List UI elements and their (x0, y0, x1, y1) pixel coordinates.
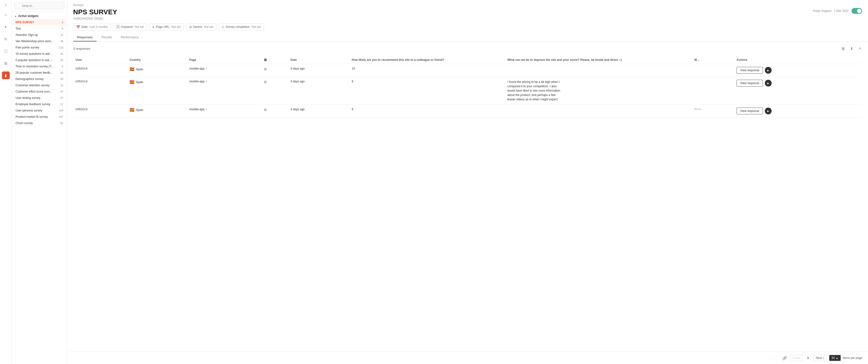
sidebar-item-5-popular-questions-to-ask-[interactable]: 5 popular questions to ask ...25 (12, 57, 66, 63)
page-cell: /mobile-app ↗ (187, 64, 260, 77)
sidebar-item-label: 28 popular customer feedb... (16, 71, 59, 74)
sidebar-item-28-popular-customer-feedb[interactable]: 28 popular customer feedb...29 (12, 69, 66, 76)
sidebar-item-label: User testing survey (16, 96, 59, 100)
active-toggle[interactable] (851, 8, 862, 14)
date-filter[interactable]: 📅 Date: Last 3 months (73, 24, 111, 31)
device-filter[interactable]: 🖥 Device: Not set (186, 24, 217, 31)
th-page: Page (187, 56, 260, 64)
play-button[interactable]: ▶ (765, 108, 772, 114)
sidebar-item-10-survey-questions-to-ask-[interactable]: 10 survey questions to ask ...36 (12, 51, 66, 57)
th-date: Date (288, 56, 349, 64)
home-icon[interactable]: ⌂ (2, 11, 10, 19)
sidebar-item-customer-retention-survey[interactable]: Customer retention survey10 (12, 82, 66, 88)
next-button[interactable]: Next > (813, 355, 827, 361)
country-name: Spain (136, 81, 144, 84)
responses-table: User Country Page 🖥 Date How likely are … (73, 56, 862, 118)
sidebar-item-label: Time to resolution survey (T... (16, 65, 60, 68)
th-q3: W... (692, 56, 734, 64)
tab-results[interactable]: Results (98, 33, 116, 41)
sidebar-item-label: Demographics survey (16, 77, 59, 81)
filters-bar: 📅 Date: Last 3 months A Keyword: Not set… (67, 20, 868, 33)
sidebar-item-time-to-resolution-survey-t[interactable]: Time to resolution survey (T...8 (12, 63, 66, 69)
link-icon-button[interactable]: 🔗 (782, 356, 787, 360)
sidebar-item-count: 10 (60, 84, 63, 87)
play-button[interactable]: ▶ (765, 80, 772, 87)
chart-icon[interactable]: ▮ (2, 71, 10, 79)
pagination: 🔗 < Prev 1 Next > 50 ▲ Items per page (67, 352, 868, 364)
country-cell: 🇪🇸 Spain (127, 64, 187, 77)
country-flag: 🇪🇸 (130, 80, 134, 84)
date-cell: 4 days ago (288, 105, 349, 118)
device-type-icon: 🖥 (263, 67, 267, 71)
refresh-icon[interactable]: ↻ (2, 35, 10, 43)
sidebar-item-count: 25 (60, 59, 63, 62)
q3-cell: It's in... (694, 108, 723, 111)
sidebar-item-label: NPS SURVEY (16, 21, 60, 24)
view-response-button[interactable]: View response (737, 67, 763, 74)
per-page-select[interactable]: 50 ▲ (829, 355, 841, 361)
sidebar-item-label: Van Westendorp price sens... (16, 39, 59, 43)
sidebar-item-label: Customer retention survey (16, 84, 59, 87)
search-input[interactable] (14, 2, 64, 9)
chevron-icon[interactable]: ❯ (5, 3, 7, 6)
device-icon: 🖥 (189, 25, 192, 29)
sidebar-item-test[interactable]: Test0 (12, 25, 66, 32)
table-row: b9fb93c8 🇪🇸 Spain /mobile-app ↗ 🖥 4 days… (73, 64, 862, 77)
sidebar-item-label: Product-market fit survey (16, 115, 57, 119)
keyword-filter[interactable]: A Keyword: Not set (113, 23, 147, 31)
q3-cell-wrap (692, 77, 734, 105)
external-link-icon[interactable]: ↗ (205, 80, 207, 83)
sidebar-item-employee-feedback-survey[interactable]: Employee feedback survey12 (12, 101, 66, 108)
page-cell: /mobile-app ↗ (187, 105, 260, 118)
sidebar-item-van-westendorp-price-sens[interactable]: Van Westendorp price sens...36 (12, 38, 66, 44)
sidebar-item-count: 8 (62, 65, 63, 68)
tab-performance[interactable]: Performance (117, 33, 143, 41)
sidebar-item-churn-survey[interactable]: Churn survey93 (12, 120, 66, 126)
sidebar-item-user-persona-survey[interactable]: User persona survey194 (12, 108, 66, 114)
tab-responses[interactable]: Responses (73, 33, 97, 41)
external-link-icon[interactable]: ↗ (205, 67, 207, 70)
list-icon[interactable]: ⊞ (2, 59, 10, 67)
view-response-button[interactable]: View response (737, 108, 763, 114)
view-response-button[interactable]: View response (737, 80, 763, 87)
sidebar-item-customer-effort-score-surv[interactable]: Customer effort score surv...47 (12, 88, 66, 95)
sidebar-item-product-market-fit-survey[interactable]: Product-market fit survey437 (12, 114, 66, 120)
external-link-icon[interactable]: ↗ (205, 108, 207, 111)
sidebar-item-label: Customer effort score surv... (16, 90, 59, 93)
sidebar: 🔍 ▲ Active widgets NPS SURVEY3Test0Aband… (11, 0, 67, 364)
sidebar-item-label: User persona survey (16, 109, 57, 112)
completion-filter[interactable]: ☑ Survey completion: Not set (218, 24, 264, 31)
sidebar-item-nps-survey[interactable]: NPS SURVEY3 (12, 19, 66, 25)
sidebar-item-pain-points-survey[interactable]: Pain points survey123 (12, 44, 66, 51)
actions-cell: View response ▶ (734, 105, 862, 118)
th-q2: What can we do to improve the site and y… (505, 56, 692, 64)
share-icon-button[interactable]: ↗ (857, 45, 862, 52)
sidebar-item-demographics-survey[interactable]: Demographics survey28 (12, 76, 66, 82)
th-user: User (73, 56, 127, 64)
sidebar-item-user-testing-survey[interactable]: User testing survey37 (12, 95, 66, 101)
completion-icon: ☑ (222, 25, 224, 29)
q3-cell-wrap (692, 64, 734, 77)
sidebar-item-label: 5 popular questions to ask ... (16, 58, 59, 62)
page-url-filter[interactable]: ➤ Page URL: Not set (149, 24, 184, 31)
topbar: Surveys NPS SURVEY ONBOARDNG DEMO Hotjar… (67, 0, 868, 20)
delete-icon-button[interactable]: 🗑 (840, 46, 846, 52)
sidebar-item-label: Churn survey (16, 121, 59, 125)
items-per-page-label: Items per page (843, 356, 862, 360)
play-button[interactable]: ▶ (765, 67, 772, 74)
sidebar-item-abandon-sign-up[interactable]: Abandon Sign-up15 (12, 32, 66, 38)
download-icon-button[interactable]: ⬇ (849, 45, 854, 52)
q2-cell-wrap: I found the pricing to be a bit high whe… (505, 77, 692, 105)
sidebar-item-count: 437 (59, 115, 63, 118)
sparkle-icon[interactable]: ✦ (2, 23, 10, 31)
country-cell: 🇪🇸 Spain (127, 105, 187, 118)
collapse-triangle-icon[interactable]: ▲ (14, 15, 17, 17)
prev-button[interactable]: < Prev (789, 355, 803, 361)
sidebar-item-count: 15 (60, 33, 63, 36)
actions-cell: View response ▶ (734, 64, 862, 77)
topbar-left: Surveys NPS SURVEY ONBOARDNG DEMO (73, 3, 117, 20)
comment-icon[interactable]: ☐ (2, 47, 10, 55)
sidebar-item-label: Pain points survey (16, 46, 57, 49)
sidebar-item-count: 28 (60, 78, 63, 81)
device-cell: 🖥 (261, 64, 288, 77)
